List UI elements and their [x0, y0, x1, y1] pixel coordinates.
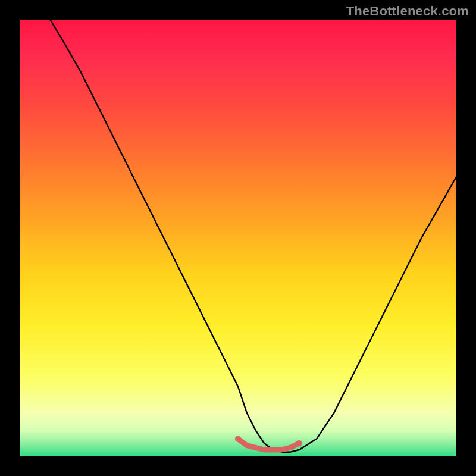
attribution-text: TheBottleneck.com: [346, 4, 469, 19]
chart-frame: TheBottleneck.com: [0, 0, 476, 476]
curve-overlay: [20, 20, 456, 456]
highlight-segment: [238, 439, 299, 450]
highlight-dot: [296, 440, 302, 446]
highlight-dot: [235, 436, 241, 442]
plot-area: [20, 20, 456, 456]
bottleneck-curve: [50, 20, 456, 452]
